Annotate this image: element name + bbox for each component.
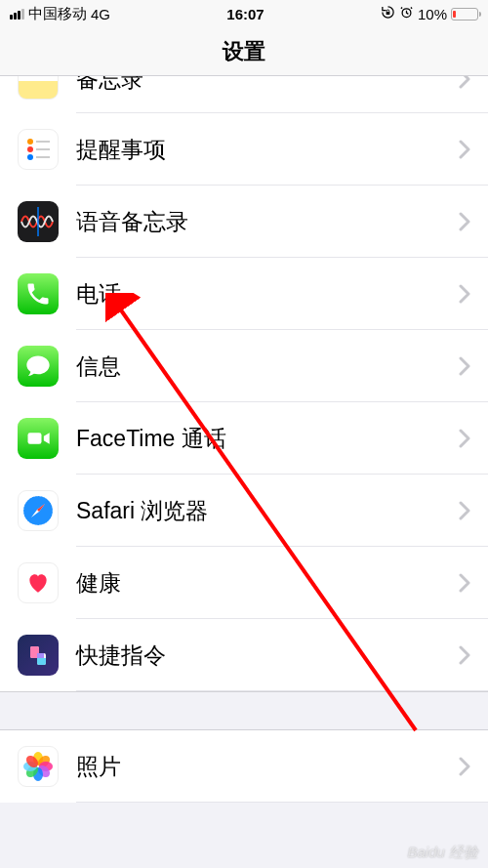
orientation-lock-icon bbox=[381, 5, 395, 22]
clock: 16:07 bbox=[226, 6, 264, 22]
row-label: 备忘录 bbox=[76, 76, 459, 95]
row-label: 照片 bbox=[76, 752, 459, 782]
chevron-right-icon bbox=[459, 140, 470, 159]
svg-rect-11 bbox=[28, 433, 42, 444]
safari-icon bbox=[18, 490, 59, 531]
messages-icon bbox=[18, 346, 59, 387]
svg-rect-0 bbox=[386, 12, 390, 15]
carrier-label: 中国移动 bbox=[28, 5, 87, 23]
row-label: 快捷指令 bbox=[76, 641, 459, 671]
chevron-right-icon bbox=[459, 757, 470, 776]
chevron-right-icon bbox=[459, 501, 470, 520]
page-title: 设置 bbox=[223, 37, 265, 66]
row-label: 语音备忘录 bbox=[76, 207, 459, 237]
status-bar: 中国移动 4G 16:07 10% bbox=[0, 0, 488, 27]
nav-bar: 设置 bbox=[0, 27, 488, 76]
alarm-icon bbox=[399, 5, 414, 22]
row-label: 提醒事项 bbox=[76, 135, 459, 165]
settings-row-voicememos[interactable]: 语音备忘录 bbox=[0, 186, 488, 258]
shortcuts-icon bbox=[18, 635, 59, 676]
settings-row-phone[interactable]: 电话 bbox=[0, 258, 488, 330]
settings-row-reminders[interactable]: 提醒事项 bbox=[0, 113, 488, 186]
settings-row-notes[interactable]: 备忘录 bbox=[0, 76, 488, 113]
chevron-right-icon bbox=[459, 573, 470, 593]
row-label: 电话 bbox=[76, 279, 459, 310]
notes-icon bbox=[18, 76, 59, 100]
settings-row-shortcuts[interactable]: 快捷指令 bbox=[0, 619, 488, 691]
settings-row-facetime[interactable]: FaceTime 通话 bbox=[0, 402, 488, 475]
svg-point-6 bbox=[27, 154, 33, 160]
battery-pct: 10% bbox=[418, 6, 447, 22]
row-label: FaceTime 通话 bbox=[76, 424, 459, 454]
settings-row-messages[interactable]: 信息 bbox=[0, 330, 488, 402]
settings-row-photos[interactable]: 照片 bbox=[0, 730, 488, 803]
health-icon bbox=[18, 562, 59, 603]
voicememos-icon bbox=[18, 201, 59, 242]
chevron-right-icon bbox=[459, 645, 470, 665]
svg-point-4 bbox=[27, 139, 33, 145]
signal-icon bbox=[10, 9, 24, 20]
watermark: Baidu 经验 bbox=[407, 844, 478, 862]
row-label: Safari 浏览器 bbox=[76, 496, 459, 526]
network-label: 4G bbox=[91, 6, 110, 22]
facetime-icon bbox=[18, 418, 59, 459]
section-gap bbox=[0, 691, 488, 730]
row-label: 信息 bbox=[76, 351, 459, 382]
chevron-right-icon bbox=[459, 212, 470, 231]
reminders-icon bbox=[18, 129, 59, 170]
phone-icon bbox=[18, 273, 59, 314]
row-label: 健康 bbox=[76, 568, 459, 599]
settings-row-health[interactable]: 健康 bbox=[0, 547, 488, 619]
chevron-right-icon bbox=[459, 429, 470, 448]
settings-row-safari[interactable]: Safari 浏览器 bbox=[0, 475, 488, 547]
battery-icon bbox=[451, 8, 478, 21]
chevron-right-icon bbox=[459, 284, 470, 304]
chevron-right-icon bbox=[459, 356, 470, 376]
svg-point-5 bbox=[27, 146, 33, 152]
photos-icon bbox=[18, 746, 59, 787]
chevron-right-icon bbox=[459, 76, 470, 89]
